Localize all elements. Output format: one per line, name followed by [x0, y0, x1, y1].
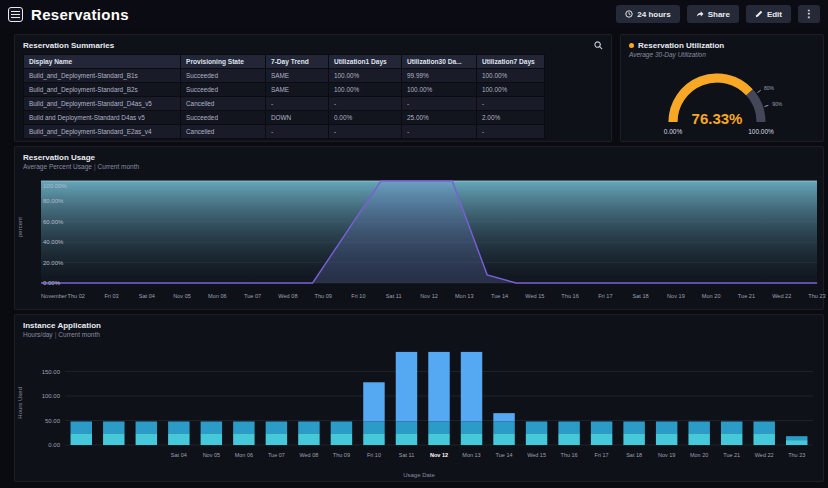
bar-segment-mid-hours[interactable]	[331, 421, 352, 433]
bar-segment-base-hours[interactable]	[461, 433, 482, 445]
column-header[interactable]: Utilization1 Days	[329, 55, 402, 69]
x-tick-label: Wed 08	[299, 452, 318, 458]
bar-segment-mid-hours[interactable]	[786, 436, 807, 440]
bar-segment-peak-hours[interactable]	[396, 352, 417, 422]
table-row[interactable]: Build_and_Deployment-Standard_E2as_v4Can…	[24, 125, 545, 139]
table-row[interactable]: Build_and_Deployment-Standard_B1sSucceed…	[24, 69, 545, 83]
column-header[interactable]: Display Name	[24, 55, 181, 69]
x-tick-label: Mon 06	[235, 452, 253, 458]
bar-segment-mid-hours[interactable]	[493, 421, 514, 433]
bar-segment-base-hours[interactable]	[331, 433, 352, 445]
bar-segment-base-hours[interactable]	[396, 433, 417, 445]
bar-segment-base-hours[interactable]	[656, 433, 677, 445]
y-tick-label: 100.00	[42, 393, 61, 399]
bar-segment-base-hours[interactable]	[753, 433, 774, 445]
instance-bar-chart[interactable]: 150.00100.0050.000.00Sat 04Nov 05Mon 06T…	[25, 341, 817, 467]
table-cell-utilization7: 100.00%	[477, 83, 545, 97]
brand: Reservations	[8, 6, 129, 23]
bar-segment-base-hours[interactable]	[721, 433, 742, 445]
table-cell-provisioning_state: Succeeded	[181, 83, 266, 97]
instance-application-panel: Instance Application Hours/day|Current m…	[14, 314, 824, 482]
bar-segment-mid-hours[interactable]	[656, 421, 677, 433]
panel-title: Reservation Usage	[23, 153, 815, 162]
x-tick-label: Fri 10	[367, 452, 381, 458]
table-cell-trend_7day: SAME	[266, 83, 329, 97]
bar-segment-base-hours[interactable]	[136, 433, 157, 445]
bar-segment-base-hours[interactable]	[623, 433, 644, 445]
x-tick-label: Thu 23	[788, 452, 805, 458]
bar-segment-base-hours[interactable]	[428, 433, 449, 445]
bar-segment-base-hours[interactable]	[786, 440, 807, 445]
table-row[interactable]: Build and Deployment-Standard D4as v5Suc…	[24, 111, 545, 125]
app-logo-icon[interactable]	[8, 7, 23, 22]
bar-segment-base-hours[interactable]	[71, 433, 92, 445]
bar-segment-base-hours[interactable]	[103, 433, 124, 445]
bar-segment-mid-hours[interactable]	[396, 421, 417, 433]
x-tick-label: Thu 09	[314, 293, 331, 299]
panel-title: Reservation Utilization	[638, 41, 724, 50]
bar-segment-mid-hours[interactable]	[136, 421, 157, 433]
bar-segment-base-hours[interactable]	[266, 433, 287, 445]
table-cell-provisioning_state: Cancelled	[181, 125, 266, 139]
x-tick-label: Sat 04	[139, 293, 155, 299]
bar-segment-base-hours[interactable]	[493, 433, 514, 445]
column-header[interactable]: 7-Day Trend	[266, 55, 329, 69]
table-cell-trend_7day: -	[266, 125, 329, 139]
column-header[interactable]: Provisioning State	[181, 55, 266, 69]
table-row[interactable]: Build_and_Deployment-Standard_B2sSucceed…	[24, 83, 545, 97]
gauge-tick-label: 80%	[764, 85, 775, 91]
bar-segment-mid-hours[interactable]	[363, 421, 384, 433]
edit-button[interactable]: Edit	[746, 5, 791, 23]
bar-segment-base-hours[interactable]	[201, 433, 222, 445]
bar-segment-mid-hours[interactable]	[721, 421, 742, 433]
time-range-button[interactable]: 24 hours	[616, 5, 679, 23]
bar-segment-mid-hours[interactable]	[623, 421, 644, 433]
bar-segment-base-hours[interactable]	[233, 433, 254, 445]
bar-segment-mid-hours[interactable]	[428, 421, 449, 433]
more-options-button[interactable]: ⋮	[798, 5, 820, 23]
bar-segment-mid-hours[interactable]	[201, 421, 222, 433]
share-button[interactable]: Share	[687, 5, 739, 23]
bar-segment-base-hours[interactable]	[298, 433, 319, 445]
bar-segment-peak-hours[interactable]	[461, 352, 482, 422]
usage-y-axis-label: percent	[17, 217, 23, 237]
bar-segment-mid-hours[interactable]	[753, 421, 774, 433]
bar-segment-base-hours[interactable]	[688, 433, 709, 445]
bar-segment-base-hours[interactable]	[591, 433, 612, 445]
status-dot-icon	[629, 43, 634, 48]
utilization-gauge[interactable]: 80%90%76.33%0.00%100.00%	[629, 60, 815, 140]
bar-segment-base-hours[interactable]	[168, 433, 189, 445]
bar-segment-mid-hours[interactable]	[266, 421, 287, 433]
panel-title: Instance Application	[23, 321, 815, 330]
table-cell-utilization7: 100.00%	[477, 69, 545, 83]
bar-segment-mid-hours[interactable]	[298, 421, 319, 433]
gauge-min-label: 0.00%	[664, 128, 683, 135]
table-row[interactable]: Build_and_Deployment-Standard_D4as_v5Can…	[24, 97, 545, 111]
bar-segment-mid-hours[interactable]	[591, 421, 612, 433]
bar-segment-peak-hours[interactable]	[493, 413, 514, 421]
bar-segment-peak-hours[interactable]	[363, 382, 384, 421]
table-cell-utilization1: 100.00%	[329, 83, 402, 97]
column-header[interactable]: Utilization30 Da...	[402, 55, 477, 69]
bar-segment-mid-hours[interactable]	[168, 421, 189, 433]
x-tick-label: Thu 16	[561, 293, 578, 299]
y-tick-label: 80.00%	[43, 198, 64, 204]
bar-segment-mid-hours[interactable]	[71, 421, 92, 433]
bar-segment-peak-hours[interactable]	[428, 352, 449, 422]
bar-segment-mid-hours[interactable]	[103, 421, 124, 433]
y-tick-label: 40.00%	[43, 239, 64, 245]
table-cell-display_name: Build_and_Deployment-Standard_E2as_v4	[24, 125, 181, 139]
bar-segment-mid-hours[interactable]	[558, 421, 579, 433]
bar-segment-mid-hours[interactable]	[461, 421, 482, 433]
bar-segment-base-hours[interactable]	[363, 433, 384, 445]
bar-segment-mid-hours[interactable]	[688, 421, 709, 433]
bar-segment-base-hours[interactable]	[558, 433, 579, 445]
bar-segment-mid-hours[interactable]	[233, 421, 254, 433]
usage-chart[interactable]: 100.00%80.00%60.00%40.00%20.00%0.00%	[41, 173, 817, 291]
dashboard: Reservations 24 hours Share Edit ⋮ Reser…	[0, 0, 828, 488]
bar-segment-base-hours[interactable]	[526, 433, 547, 445]
table-cell-display_name: Build and Deployment-Standard D4as v5	[24, 111, 181, 125]
column-header[interactable]: Utilization7 Days	[477, 55, 545, 69]
bar-segment-mid-hours[interactable]	[526, 421, 547, 433]
search-icon[interactable]	[594, 41, 603, 50]
